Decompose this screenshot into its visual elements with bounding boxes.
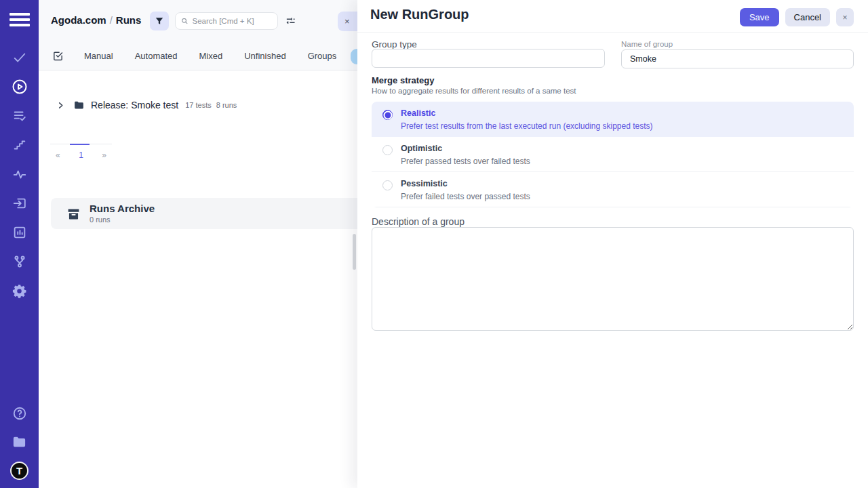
breadcrumb: Agoda.com/Runs [51,14,141,26]
app-root: T Agoda.com/Runs × [0,0,868,488]
archive-title: Runs Archive [90,203,155,214]
name-of-group-input[interactable] [621,49,854,68]
logo-avatar[interactable]: T [10,462,28,480]
search-input[interactable] [193,17,272,25]
tests-count: 17 tests [185,101,212,109]
option-label: Optimistic [401,144,530,154]
option-description: Prefer failed tests over passed tests [401,192,530,201]
gear-icon[interactable] [11,282,28,300]
runs-panel: Agoda.com/Runs × Manual Automated Mixed [39,0,357,488]
pagination-next[interactable]: » [102,150,106,160]
group-type-label: Group type [372,39,417,49]
filter-button[interactable] [150,12,169,30]
breadcrumb-separator: / [106,14,116,26]
option-label: Pessimistic [401,179,530,189]
breadcrumb-project[interactable]: Agoda.com [51,14,106,26]
option-pessimistic[interactable]: Pessimistic Prefer failed tests over pas… [372,172,854,207]
option-optimistic[interactable]: Optimistic Prefer passed tests over fail… [372,137,854,172]
radio-selected-icon[interactable] [382,110,393,120]
run-group-row[interactable]: Release: Smoke test 17 tests 8 runs [39,96,357,114]
logo-letter: T [16,465,22,476]
option-description: Prefer passed tests over failed tests [401,157,530,166]
play-circle-icon[interactable] [11,78,28,96]
description-textarea[interactable] [372,227,854,331]
import-box-icon[interactable] [11,195,28,212]
tab-mixed[interactable]: Mixed [189,47,234,65]
run-group-title[interactable]: Release: Smoke test [91,100,178,110]
new-rungroup-drawer: New RunGroup Save Cancel × Group type Na… [357,0,868,488]
tab-automated[interactable]: Automated [124,47,189,65]
funnel-icon [155,16,164,26]
cancel-button[interactable]: Cancel [785,8,830,26]
tab-manual[interactable]: Manual [73,47,124,65]
runs-archive-row[interactable]: Runs Archive 0 runs [51,198,357,229]
description-label: Description of a group [372,216,465,227]
close-icon: × [842,13,847,22]
panel-scrollbar-handle[interactable] [353,234,356,270]
chevron-right-icon[interactable] [57,102,68,109]
archive-count: 0 runs [90,216,155,224]
branch-icon[interactable] [11,253,28,270]
help-icon[interactable] [11,405,28,422]
drawer-close-button[interactable]: × [836,8,854,26]
archive-box-icon [66,207,81,221]
option-label: Realistic [401,108,653,119]
close-icon: × [344,16,350,26]
bar-chart-icon[interactable] [11,224,28,241]
pagination-prev[interactable]: « [56,150,60,160]
pulse-icon[interactable] [11,165,28,183]
active-page-indicator [70,144,90,145]
radio-icon[interactable] [382,180,393,190]
drawer-header: New RunGroup Save Cancel × [357,0,868,33]
runs-count: 8 runs [216,101,237,109]
name-of-group-label: Name of group [621,40,673,48]
check-icon[interactable] [11,49,28,66]
tab-groups[interactable]: Groups [297,47,348,65]
folder-icon[interactable] [11,433,28,451]
save-button[interactable]: Save [740,8,779,26]
drawer-body: Group type Name of group Merge strategy … [357,33,868,488]
sidebar-rail: T [0,0,39,488]
sliders-icon [285,16,296,27]
radio-icon[interactable] [382,145,393,155]
group-type-input[interactable] [372,49,605,68]
runs-filter-tabs: Manual Automated Mixed Unfinished Groups… [39,42,357,70]
tab-unfinished[interactable]: Unfinished [233,47,296,65]
pagination: « 1 » [50,144,112,160]
drawer-title: New RunGroup [370,7,469,22]
search-box [175,12,278,30]
hamburger-menu-icon[interactable] [9,9,30,30]
option-realistic[interactable]: Realistic Prefer test results from the l… [372,102,854,137]
runs-panel-header: Agoda.com/Runs × [39,0,357,42]
merge-strategy-title: Merge strategy [372,75,434,85]
option-description: Prefer test results from the last execut… [401,121,653,131]
list-check-icon[interactable] [11,107,28,125]
select-all-icon[interactable] [52,49,64,63]
search-icon [181,17,189,25]
merge-strategy-subtitle: How to aggregate results for different r… [372,87,576,95]
tune-button[interactable] [285,13,301,29]
steps-icon[interactable] [11,136,28,154]
merge-strategy-options: Realistic Prefer test results from the l… [372,102,854,207]
folder-solid-icon [73,100,85,111]
breadcrumb-section[interactable]: Runs [116,14,142,26]
pagination-page-1[interactable]: 1 [79,150,83,160]
